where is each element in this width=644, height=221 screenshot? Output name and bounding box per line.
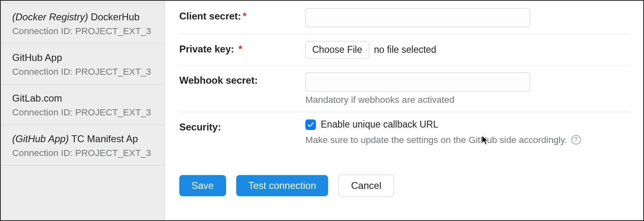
sidebar-item-id-label: Connection ID: [12, 107, 75, 117]
sidebar-item-id-value: PROJECT_EXT_3 [75, 67, 151, 77]
help-icon[interactable]: ? [571, 135, 581, 145]
webhook-secret-label: Webhook secret: [179, 75, 258, 86]
unique-callback-checkbox[interactable] [305, 119, 316, 130]
sidebar-item-name: GitLab.com [12, 93, 62, 104]
webhook-secret-input[interactable] [305, 72, 530, 91]
client-secret-input[interactable] [305, 8, 530, 27]
choose-file-button[interactable]: Choose File [305, 41, 369, 58]
sidebar-item-id-value: PROJECT_EXT_3 [75, 107, 151, 117]
sidebar-item-id-label: Connection ID: [12, 26, 75, 36]
row-webhook-secret: Webhook secret: Mandatory if webhooks ar… [179, 65, 629, 112]
sidebar-item-prefix: (Docker Registry) [12, 11, 88, 22]
row-private-key: Private key: * Choose File no file selec… [179, 34, 629, 65]
sidebar-item-prefix: (GitHub App) [12, 133, 69, 144]
file-status-text: no file selected [374, 44, 436, 55]
row-security: Security: Enable unique callback URL Mak… [179, 112, 629, 152]
private-key-label: Private key: [179, 43, 234, 54]
cancel-button[interactable]: Cancel [338, 175, 394, 197]
unique-callback-label: Enable unique callback URL [321, 119, 438, 130]
security-label: Security: [179, 121, 221, 132]
sidebar-item-name: TC Manifest Ap [69, 133, 138, 144]
sidebar-item-name: GitHub App [12, 52, 62, 63]
sidebar-item-github-app[interactable]: GitHub App Connection ID: PROJECT_EXT_3 [1, 43, 165, 84]
sidebar-item-id-label: Connection ID: [12, 67, 75, 77]
save-button[interactable]: Save [179, 175, 226, 196]
check-icon [307, 121, 314, 128]
form-buttons: Save Test connection Cancel [179, 175, 629, 197]
sidebar-item-gitlab[interactable]: GitLab.com Connection ID: PROJECT_EXT_3 [1, 84, 165, 125]
sidebar-item-name: DockerHub [88, 11, 140, 22]
client-secret-label: Client secret: [179, 11, 241, 22]
row-client-secret: Client secret:* [179, 8, 629, 34]
required-asterisk: * [243, 11, 246, 22]
security-hint: Make sure to update the settings on the … [305, 135, 567, 145]
required-asterisk: * [238, 43, 242, 54]
test-connection-button[interactable]: Test connection [236, 175, 329, 196]
sidebar-item-tc-manifest[interactable]: (GitHub App) TC Manifest Ap Connection I… [1, 125, 165, 166]
connection-form: Client secret:* Private key: * Choose Fi… [165, 1, 643, 220]
sidebar-item-id-value: PROJECT_EXT_3 [75, 148, 151, 158]
sidebar-item-id-label: Connection ID: [12, 148, 75, 158]
webhook-secret-hint: Mandatory if webhooks are activated [305, 95, 629, 105]
sidebar-item-dockerhub[interactable]: (Docker Registry) DockerHub Connection I… [1, 3, 165, 44]
connections-sidebar: (Docker Registry) DockerHub Connection I… [1, 1, 165, 220]
sidebar-item-id-value: PROJECT_EXT_3 [75, 26, 151, 36]
